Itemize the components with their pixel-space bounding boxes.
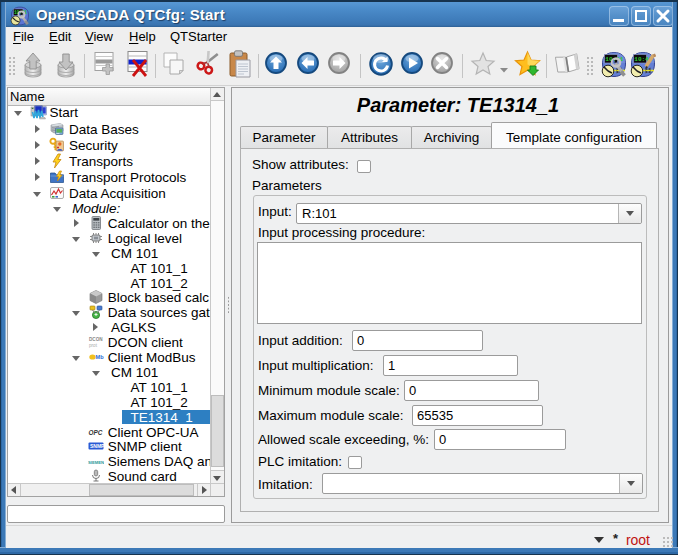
- svg-text:DCON: DCON: [89, 337, 103, 342]
- svg-text:Mb: Mb: [95, 354, 104, 360]
- svg-text:SNMP: SNMP: [90, 444, 104, 450]
- svg-text:OPC: OPC: [88, 429, 102, 436]
- svg-text:prot: prot: [89, 343, 98, 348]
- svg-text:SIEMENS: SIEMENS: [88, 460, 104, 465]
